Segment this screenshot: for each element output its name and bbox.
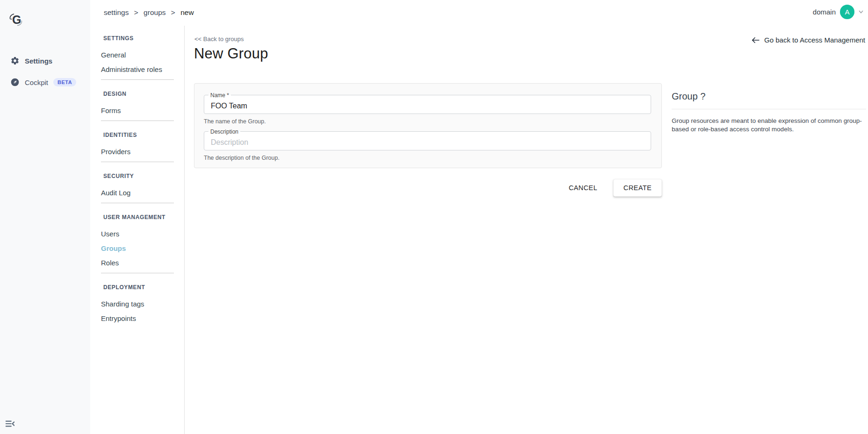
- avatar[interactable]: A: [840, 5, 854, 19]
- sidebar-item-settings[interactable]: Settings: [0, 52, 90, 69]
- breadcrumb: settings > groups > new: [104, 8, 194, 17]
- page-title: New Group: [194, 45, 268, 62]
- group-form-card: Name * The name of the Group. Descriptio…: [194, 83, 662, 168]
- domain-label: domain: [813, 8, 836, 16]
- breadcrumb-current: new: [180, 8, 194, 16]
- create-button[interactable]: CREATE: [613, 179, 662, 197]
- sidebar-item-entrypoints[interactable]: Entrypoints: [101, 311, 176, 326]
- go-back-label: Go back to Access Management: [764, 36, 865, 44]
- avatar-initial: A: [845, 8, 849, 16]
- breadcrumb-groups[interactable]: groups: [143, 8, 165, 16]
- divider: [672, 109, 866, 109]
- breadcrumb-separator: >: [171, 8, 175, 16]
- description-field-label: Description: [208, 128, 240, 135]
- back-to-groups-link[interactable]: << Back to groups: [194, 36, 244, 43]
- main-content: << Back to groups New Group Name * The n…: [185, 26, 868, 434]
- user-menu[interactable]: domain A: [813, 5, 863, 19]
- sidebar-item-administrative-roles[interactable]: Administrative roles: [101, 62, 176, 77]
- sidebar-item-groups[interactable]: Groups: [101, 241, 176, 256]
- form-actions: CANCEL CREATE: [194, 179, 662, 197]
- help-panel-body: Group resources are meant to enable expr…: [672, 117, 866, 133]
- sidebar-item-sharding-tags[interactable]: Sharding tags: [101, 297, 176, 311]
- name-field-wrapper: Name *: [204, 95, 651, 114]
- breadcrumb-separator: >: [134, 8, 138, 16]
- divider: [101, 162, 174, 162]
- beta-badge: BETA: [53, 78, 76, 86]
- divider: [101, 203, 174, 203]
- sidebar-item-users[interactable]: Users: [101, 227, 176, 241]
- gravitee-logo[interactable]: G: [6, 9, 26, 30]
- section-header-identities: IDENTITIES: [101, 131, 176, 139]
- sidebar-item-cockpit[interactable]: Cockpit BETA: [0, 74, 90, 91]
- divider: [101, 273, 174, 273]
- breadcrumb-settings[interactable]: settings: [104, 8, 129, 16]
- primary-sidebar: G Settings Cockpit BETA: [0, 0, 90, 434]
- sidebar-item-roles[interactable]: Roles: [101, 256, 176, 270]
- collapse-sidebar-icon[interactable]: [5, 419, 15, 428]
- name-input[interactable]: [204, 95, 651, 114]
- secondary-sidebar: SETTINGS General Administrative roles DE…: [90, 26, 185, 434]
- go-back-to-access-management-link[interactable]: Go back to Access Management: [751, 36, 865, 44]
- name-field-label: Name *: [208, 92, 231, 99]
- description-field-wrapper: Description: [204, 131, 651, 150]
- cancel-button[interactable]: CANCEL: [562, 180, 604, 196]
- sidebar-item-audit-log[interactable]: Audit Log: [101, 185, 176, 200]
- section-header-deployment: DEPLOYMENT: [101, 284, 176, 291]
- section-header-security: SECURITY: [101, 172, 176, 180]
- description-input[interactable]: [204, 132, 651, 150]
- sidebar-item-label: Settings: [25, 57, 52, 65]
- section-header-settings: SETTINGS: [101, 35, 176, 42]
- gear-icon: [10, 56, 20, 65]
- sidebar-item-providers[interactable]: Providers: [101, 144, 176, 159]
- chevron-down-icon[interactable]: [859, 10, 863, 14]
- help-panel: Group ? Group resources are meant to ena…: [672, 91, 866, 133]
- sidebar-item-label: Cockpit: [25, 78, 48, 86]
- sidebar-item-general[interactable]: General: [101, 48, 176, 62]
- divider: [101, 121, 174, 121]
- divider: [101, 79, 174, 80]
- name-helper-text: The name of the Group.: [204, 118, 651, 126]
- help-panel-title: Group ?: [672, 91, 866, 102]
- section-header-design: DESIGN: [101, 90, 176, 98]
- primary-nav: Settings Cockpit BETA: [0, 52, 90, 95]
- sidebar-item-forms[interactable]: Forms: [101, 103, 176, 118]
- section-header-user-management: USER MANAGEMENT: [101, 213, 176, 221]
- arrow-left-icon: [751, 36, 760, 44]
- description-helper-text: The description of the Group.: [204, 154, 651, 162]
- compass-icon: [10, 78, 20, 87]
